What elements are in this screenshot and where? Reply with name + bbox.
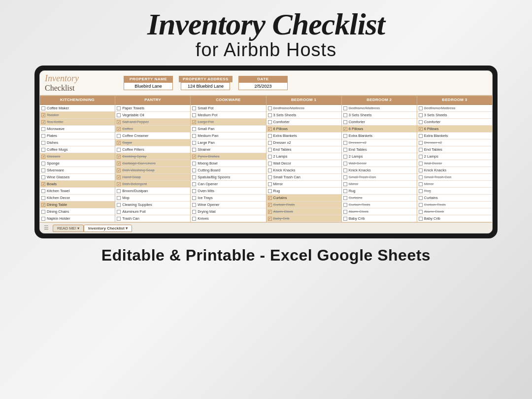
checkbox[interactable]: [117, 196, 121, 200]
checkbox[interactable]: [268, 175, 272, 179]
checkbox[interactable]: [41, 210, 45, 214]
checkbox[interactable]: [117, 189, 121, 193]
checkbox[interactable]: [117, 203, 121, 207]
checkbox[interactable]: [117, 182, 121, 186]
checkbox[interactable]: [419, 189, 423, 193]
checkbox[interactable]: [117, 120, 121, 124]
checkbox[interactable]: [268, 113, 272, 117]
checkbox[interactable]: [343, 120, 347, 124]
checkbox[interactable]: [268, 162, 272, 166]
checkbox[interactable]: [192, 113, 196, 117]
checkbox[interactable]: [343, 134, 347, 138]
checkbox[interactable]: [419, 196, 423, 200]
checkbox[interactable]: [419, 106, 423, 110]
tab-1[interactable]: Inventory Checklist ▾: [84, 225, 132, 232]
checkbox[interactable]: [117, 113, 121, 117]
checkbox[interactable]: [419, 155, 423, 159]
checkbox[interactable]: [192, 182, 196, 186]
checkbox[interactable]: [343, 148, 347, 152]
checkbox[interactable]: [419, 113, 423, 117]
checkbox[interactable]: [117, 127, 121, 131]
checkbox[interactable]: [41, 127, 45, 131]
tab-0[interactable]: READ ME! ▾: [53, 225, 84, 232]
checkbox[interactable]: [41, 196, 45, 200]
checkbox[interactable]: [192, 168, 196, 172]
checkbox[interactable]: [343, 203, 347, 207]
checkbox[interactable]: [268, 203, 272, 207]
checkbox[interactable]: [41, 155, 45, 159]
checkbox[interactable]: [117, 141, 121, 145]
checkbox[interactable]: [41, 189, 45, 193]
checkbox[interactable]: [268, 189, 272, 193]
checkbox[interactable]: [192, 106, 196, 110]
checkbox[interactable]: [268, 148, 272, 152]
checkbox[interactable]: [419, 182, 423, 186]
checkbox[interactable]: [192, 210, 196, 214]
checkbox[interactable]: [41, 217, 45, 221]
checkbox[interactable]: [343, 127, 347, 131]
checkbox[interactable]: [268, 217, 272, 221]
checkbox[interactable]: [41, 148, 45, 152]
checkbox[interactable]: [41, 134, 45, 138]
checkbox[interactable]: [117, 134, 121, 138]
checkbox[interactable]: [41, 106, 45, 110]
checkbox[interactable]: [343, 217, 347, 221]
checkbox[interactable]: [343, 189, 347, 193]
checkbox[interactable]: [192, 196, 196, 200]
checkbox[interactable]: [419, 120, 423, 124]
checkbox[interactable]: [192, 175, 196, 179]
checkbox[interactable]: [419, 217, 423, 221]
checkbox[interactable]: [192, 120, 196, 124]
checkbox[interactable]: [192, 155, 196, 159]
checkbox[interactable]: [268, 134, 272, 138]
checkbox[interactable]: [117, 162, 121, 166]
checkbox[interactable]: [192, 217, 196, 221]
checkbox[interactable]: [268, 106, 272, 110]
checkbox[interactable]: [192, 189, 196, 193]
checkbox[interactable]: [343, 162, 347, 166]
checkbox[interactable]: [268, 120, 272, 124]
checkbox[interactable]: [419, 168, 423, 172]
checkbox[interactable]: [268, 168, 272, 172]
checkbox[interactable]: [343, 155, 347, 159]
checkbox[interactable]: [419, 175, 423, 179]
checkbox[interactable]: [343, 168, 347, 172]
checkbox[interactable]: [117, 210, 121, 214]
checkbox[interactable]: [419, 210, 423, 214]
checkbox[interactable]: [419, 162, 423, 166]
checkbox[interactable]: [117, 148, 121, 152]
checkbox[interactable]: [192, 141, 196, 145]
checkbox[interactable]: [192, 127, 196, 131]
checkbox[interactable]: [117, 155, 121, 159]
checkbox[interactable]: [268, 210, 272, 214]
checkbox[interactable]: [41, 113, 45, 117]
checkbox[interactable]: [41, 203, 45, 207]
checkbox[interactable]: [117, 175, 121, 179]
checkbox[interactable]: [41, 175, 45, 179]
checkbox[interactable]: [419, 148, 423, 152]
checkbox[interactable]: [41, 168, 45, 172]
checkbox[interactable]: [419, 141, 423, 145]
checkbox[interactable]: [192, 134, 196, 138]
checkbox[interactable]: [419, 134, 423, 138]
checkbox[interactable]: [343, 106, 347, 110]
checkbox[interactable]: [343, 175, 347, 179]
checkbox[interactable]: [117, 217, 121, 221]
checkbox[interactable]: [268, 141, 272, 145]
checkbox[interactable]: [419, 203, 423, 207]
checkbox[interactable]: [343, 113, 347, 117]
checkbox[interactable]: [268, 127, 272, 131]
checkbox[interactable]: [117, 168, 121, 172]
checkbox[interactable]: [117, 106, 121, 110]
checkbox[interactable]: [192, 162, 196, 166]
checkbox[interactable]: [268, 196, 272, 200]
checkbox[interactable]: [343, 196, 347, 200]
checkbox[interactable]: [192, 148, 196, 152]
checkbox[interactable]: [268, 155, 272, 159]
checkbox[interactable]: [41, 120, 45, 124]
checkbox[interactable]: [41, 162, 45, 166]
checkbox[interactable]: [343, 210, 347, 214]
checkbox[interactable]: [343, 182, 347, 186]
checkbox[interactable]: [419, 127, 423, 131]
checkbox[interactable]: [343, 141, 347, 145]
